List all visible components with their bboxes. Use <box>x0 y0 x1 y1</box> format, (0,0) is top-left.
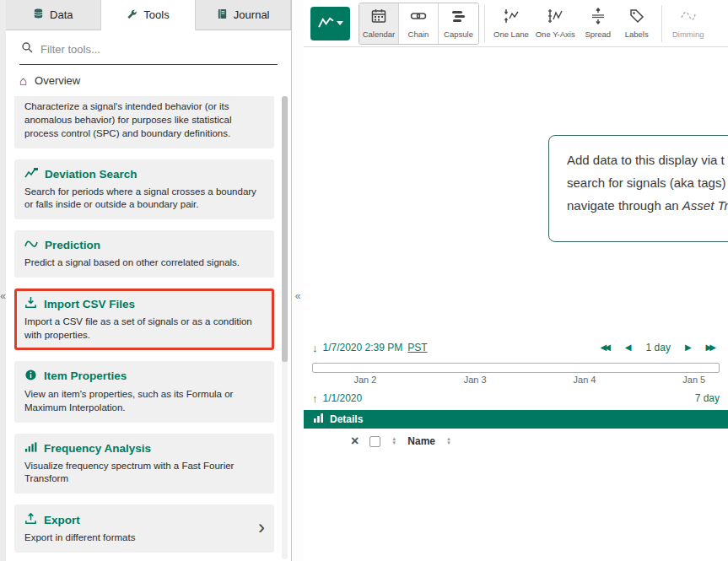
fast-forward-icon[interactable]: ▶▶ <box>706 343 716 352</box>
tab-label: Journal <box>234 8 270 21</box>
tool-card-frequency-analysis[interactable]: Frequency Analysis Visualize frequency s… <box>14 434 274 494</box>
tool-card-item-properties[interactable]: Item Properties View an item's propertie… <box>14 361 274 423</box>
database-icon <box>33 8 44 22</box>
name-column-header[interactable]: Name <box>407 435 435 447</box>
one-lane-button[interactable]: One Lane <box>490 3 532 44</box>
left-collapse-strip[interactable]: « <box>0 0 6 561</box>
tool-name: Prediction <box>45 239 100 251</box>
spread-icon <box>590 8 607 27</box>
calendar-icon <box>370 8 387 27</box>
axis-tick: Jan 3 <box>464 375 487 385</box>
step-backward-icon[interactable]: ◀ <box>625 343 632 352</box>
tab-label: Data <box>50 8 73 21</box>
collapse-sidebar-icon[interactable]: « <box>292 290 304 302</box>
chain-icon <box>410 8 427 27</box>
tool-description: Export in different formats <box>24 531 264 545</box>
sort-icon[interactable]: ▲▼ <box>446 437 451 445</box>
prediction-icon <box>24 238 38 252</box>
wrench-icon <box>127 8 138 22</box>
tab-label: Tools <box>143 8 169 21</box>
step-size-link[interactable]: 1 day <box>646 342 671 353</box>
investigate-range-start: 1/1/2020 <box>323 392 363 404</box>
tool-card-deviation-search[interactable]: Deviation Search Search for periods wher… <box>14 159 274 220</box>
search-icon <box>21 41 33 57</box>
capsule-view-button[interactable]: Capsule <box>439 3 478 44</box>
deviation-search-icon <box>24 167 38 181</box>
details-panel-header[interactable]: Details <box>304 410 728 429</box>
select-all-checkbox[interactable] <box>369 436 380 447</box>
display-range-start-link[interactable]: ↓ 1/7/2020 2:39 PM PST <box>312 342 428 354</box>
toolbar-separator <box>484 5 485 42</box>
timezone-link[interactable]: PST <box>407 342 427 353</box>
filter-tools-row <box>6 30 291 65</box>
sidebar-scrollbar[interactable] <box>282 96 288 559</box>
overview-link[interactable]: ⌂ Overview <box>6 65 291 94</box>
trend-chart-area[interactable]: Add data to this display via t search fo… <box>304 47 728 337</box>
collapse-left-icon[interactable]: « <box>0 290 6 302</box>
investigate-duration-link[interactable]: 7 day <box>695 392 720 404</box>
axis-tick: Jan 4 <box>574 375 596 385</box>
frequency-analysis-icon <box>24 441 37 456</box>
tab-data[interactable]: Data <box>6 0 101 30</box>
filter-tools-field[interactable] <box>19 37 278 65</box>
capsule-time-group: Calendar Chain Capsule <box>359 3 479 45</box>
display-range-row: ↓ 1/7/2020 2:39 PM PST ◀◀ ◀ 1 day ▶ ▶▶ <box>304 337 728 358</box>
button-label: Spread <box>585 30 611 39</box>
timebar-scrubber[interactable] <box>312 363 720 373</box>
one-y-axis-button[interactable]: One Y-Axis <box>532 3 579 44</box>
tool-card-prediction[interactable]: Prediction Predict a signal based on oth… <box>14 230 274 278</box>
filter-tools-input[interactable] <box>40 43 276 56</box>
caret-down-icon <box>337 21 343 25</box>
arrow-down-icon: ↓ <box>312 342 318 354</box>
one-y-axis-icon <box>547 8 564 27</box>
chain-view-button[interactable]: Chain <box>399 3 439 44</box>
help-line: navigate through an Asset Tr <box>567 194 728 217</box>
tab-tools[interactable]: Tools <box>101 0 197 30</box>
details-table-header: × ▲▼ Name ▲▼ <box>304 429 728 454</box>
tab-journal[interactable]: Journal <box>196 0 291 30</box>
remove-all-icon[interactable]: × <box>351 434 359 448</box>
step-forward-icon[interactable]: ▶ <box>685 343 692 352</box>
tools-list: Characterize a signal's intended behavio… <box>6 94 291 561</box>
button-label: Dimming <box>672 30 704 39</box>
journal-icon <box>217 8 228 22</box>
dimming-button[interactable]: Dimming <box>669 3 708 44</box>
tool-description: Visualize frequency spectrum with a Fast… <box>24 460 264 487</box>
trend-panel: Calendar Chain Capsule One Lane One Y-Ax… <box>304 0 728 561</box>
details-title: Details <box>330 413 363 425</box>
tools-sidebar: Data Tools Journal ⌂ Overview Characte <box>6 0 292 561</box>
tool-description: Predict a signal based on other correlat… <box>24 256 264 270</box>
toolbar-separator <box>661 5 662 42</box>
tool-name: Import CSV Files <box>44 298 135 310</box>
button-label: Capsule <box>444 30 473 39</box>
time-nav-controls: ◀◀ ◀ 1 day ▶ ▶▶ <box>600 342 716 353</box>
tool-card-boundaries-partial[interactable]: Characterize a signal's intended behavio… <box>14 96 274 148</box>
trend-toolbar: Calendar Chain Capsule One Lane One Y-Ax… <box>304 0 728 47</box>
investigate-range-start-link[interactable]: ↑ 1/1/2020 <box>312 392 362 405</box>
calendar-view-button[interactable]: Calendar <box>359 3 399 44</box>
sidebar-collapse-strip[interactable]: « <box>292 0 304 561</box>
import-csv-icon <box>24 296 37 311</box>
arrow-up-icon: ↑ <box>312 392 318 405</box>
export-icon <box>24 512 37 527</box>
tool-name: Frequency Analysis <box>44 442 151 455</box>
labels-button[interactable]: Labels <box>617 3 656 44</box>
sort-icon[interactable]: ▲▼ <box>391 437 396 445</box>
home-icon: ⌂ <box>19 74 27 87</box>
tool-card-import-csv[interactable]: Import CSV Files Import a CSV file as a … <box>14 289 274 350</box>
spread-button[interactable]: Spread <box>579 3 617 44</box>
one-lane-icon <box>503 8 520 27</box>
overview-label: Overview <box>35 74 80 87</box>
help-line: search for signals (aka tags) <box>567 171 728 194</box>
fast-backward-icon[interactable]: ◀◀ <box>600 343 610 352</box>
button-label: One Lane <box>493 30 529 39</box>
tag-icon <box>628 8 645 27</box>
scrollbar-thumb[interactable] <box>282 96 288 362</box>
chevron-right-icon[interactable]: › <box>258 517 265 537</box>
tool-description: Import a CSV file as a set of signals or… <box>24 316 264 343</box>
tool-name: Deviation Search <box>45 168 138 181</box>
tool-card-export[interactable]: Export Export in different formats › <box>14 504 274 553</box>
display-mode-dropdown[interactable] <box>310 7 350 40</box>
sidebar-tabs: Data Tools Journal <box>6 0 291 30</box>
tool-description: View an item's properties, such as its F… <box>24 388 264 415</box>
